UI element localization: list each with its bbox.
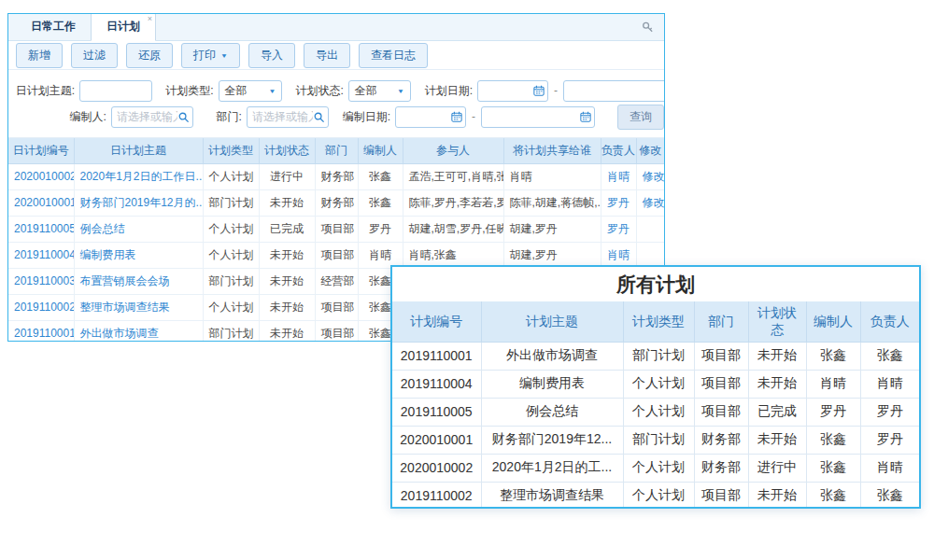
cell: 项目部 (694, 398, 748, 426)
column-header[interactable]: 修改 (636, 138, 664, 163)
cell-link[interactable]: 罗丹 (601, 189, 636, 216)
add-button[interactable]: 新增 (16, 43, 63, 68)
date-range-dash: - (472, 110, 475, 123)
column-header[interactable]: 参与人 (403, 138, 503, 163)
cell: 项目部 (694, 370, 748, 398)
cell-link[interactable]: 2019110005 (8, 216, 74, 242)
key-icon[interactable] (641, 21, 655, 35)
column-header[interactable]: 将计划共享给谁 (503, 138, 601, 163)
cell: 未开始 (748, 482, 806, 509)
all-plan-row[interactable]: 20200100022020年1月2日的工...个人计划财务部进行中张鑫肖晴 (392, 454, 919, 482)
column-header[interactable]: 负责人 (601, 138, 636, 163)
table-header-row: 计划编号计划主题计划类型部门计划状态编制人负责人 (392, 301, 919, 342)
cell: 进行中 (748, 454, 806, 482)
cell: 肖晴 (806, 370, 860, 398)
cell (636, 216, 664, 242)
cell-link[interactable]: 2020010002 (8, 163, 74, 189)
cell-link[interactable]: 例会总结 (74, 216, 203, 242)
calendar-icon[interactable] (580, 111, 591, 122)
cell-link[interactable]: 2019110004 (8, 242, 74, 268)
cell-link[interactable]: 肖晴 (601, 242, 636, 268)
edit-date-from (395, 106, 466, 128)
all-plan-row[interactable]: 2019110001外出做市场调查部门计划项目部未开始张鑫张鑫 (392, 342, 919, 370)
restore-button[interactable]: 还原 (126, 43, 173, 68)
column-header: 部门 (694, 301, 748, 342)
cell: 2020010001 (392, 426, 481, 454)
plan-row[interactable]: 2019110005例会总结个人计划已完成项目部罗丹胡建,胡雪,罗丹,任晓...… (8, 216, 664, 242)
plan-row[interactable]: 20200100022020年1月2日的工作日...个人计划进行中财务部张鑫孟浩… (8, 163, 664, 189)
toolbar: 新增 过滤 还原 打印 ▼ 导入 导出 查看日志 (8, 41, 664, 70)
date-range-dash: - (554, 84, 558, 97)
cell: 财务部 (315, 189, 358, 216)
cell: 罗丹 (860, 398, 919, 426)
column-header: 计划状态 (748, 301, 806, 342)
export-button[interactable]: 导出 (304, 43, 350, 68)
column-header[interactable]: 计划状态 (259, 138, 315, 163)
filter-button[interactable]: 过滤 (71, 43, 118, 68)
column-header[interactable]: 日计划编号 (8, 138, 74, 163)
cell-link[interactable]: 修改 (636, 189, 664, 216)
cell: 项目部 (694, 342, 748, 370)
cell: 未开始 (259, 189, 315, 216)
print-button[interactable]: 打印 ▼ (181, 43, 240, 68)
type-select[interactable]: 全部 ▼ (219, 80, 283, 102)
column-header: 计划类型 (623, 301, 694, 342)
column-header[interactable]: 编制人 (358, 138, 403, 163)
chevron-down-icon: ▼ (397, 87, 404, 93)
status-select[interactable]: 全部 ▼ (348, 80, 411, 102)
cell-link[interactable]: 2019110001 (8, 320, 74, 342)
column-header[interactable]: 部门 (315, 138, 358, 163)
cell: 部门计划 (203, 268, 259, 294)
all-plan-row[interactable]: 2020010001财务部门2019年12...部门计划财务部未开始张鑫罗丹 (392, 426, 919, 454)
cell-link[interactable]: 财务部门2019年12月的... (74, 189, 203, 216)
cell: 肖晴 (358, 242, 403, 268)
cell-link[interactable]: 布置营销展会会场 (74, 268, 203, 294)
cell: 例会总结 (481, 398, 623, 426)
cell: 项目部 (315, 320, 358, 342)
dept-label: 部门: (206, 109, 247, 125)
cell-link[interactable]: 2019110002 (8, 294, 74, 320)
table-header-row: 日计划编号日计划主题计划类型计划状态部门编制人参与人将计划共享给谁负责人修改 (8, 138, 664, 163)
cell: 2020010002 (392, 454, 481, 482)
cell-link[interactable]: 整理市场调查结果 (74, 294, 203, 320)
search-icon[interactable] (177, 111, 190, 123)
dept-picker (247, 106, 329, 128)
cell: 肖晴,张鑫 (403, 242, 503, 268)
all-plan-row[interactable]: 2019110005例会总结个人计划项目部已完成罗丹罗丹 (392, 398, 919, 426)
cell-link[interactable]: 修改 (636, 163, 664, 189)
query-button[interactable]: 查询 (617, 105, 664, 130)
cell-link[interactable]: 2020010001 (8, 189, 74, 216)
cell: 肖晴 (503, 163, 601, 189)
plan-date-to-input[interactable] (563, 80, 665, 102)
cell: 2020年1月2日的工... (481, 454, 623, 482)
plan-row[interactable]: 2019110004编制费用表个人计划未开始项目部肖晴肖晴,张鑫胡建,罗丹肖晴 (8, 242, 664, 268)
cell-link[interactable]: 肖晴 (601, 163, 636, 189)
calendar-icon[interactable] (451, 111, 462, 122)
subject-input[interactable] (79, 80, 152, 102)
column-header[interactable]: 日计划主题 (74, 138, 203, 163)
all-plan-row[interactable]: 2019110004编制费用表个人计划项目部未开始肖晴肖晴 (392, 370, 919, 398)
view-log-button[interactable]: 查看日志 (359, 43, 428, 68)
cell: 张鑫 (806, 342, 860, 370)
tab-daily-plan[interactable]: 日计划 × (91, 13, 156, 41)
edit-date-to-input[interactable] (481, 106, 595, 128)
cell-link[interactable]: 2020年1月2日的工作日... (74, 163, 203, 189)
cell-link[interactable]: 编制费用表 (74, 242, 203, 268)
calendar-icon[interactable] (533, 85, 545, 96)
cell: 罗丹 (806, 398, 860, 426)
cell-link[interactable]: 罗丹 (601, 216, 636, 242)
search-icon[interactable] (313, 111, 325, 123)
column-header[interactable]: 计划类型 (203, 138, 259, 163)
cell-link[interactable]: 2019110003 (8, 268, 74, 294)
cell: 部门计划 (623, 426, 694, 454)
cell: 张鑫 (806, 482, 860, 509)
cell-link[interactable]: 外出做市场调查 (74, 320, 203, 342)
cell: 2019110001 (392, 342, 481, 370)
plan-row[interactable]: 2020010001财务部门2019年12月的...部门计划未开始财务部张鑫陈菲… (8, 189, 664, 216)
cell: 个人计划 (623, 482, 694, 509)
close-tab-icon[interactable]: × (148, 14, 152, 23)
all-plan-row[interactable]: 2019110002整理市场调查结果个人计划项目部未开始张鑫张鑫 (392, 482, 919, 509)
import-button[interactable]: 导入 (248, 43, 295, 68)
column-header: 计划主题 (481, 301, 623, 342)
tab-daily-work[interactable]: 日常工作 (16, 13, 91, 40)
